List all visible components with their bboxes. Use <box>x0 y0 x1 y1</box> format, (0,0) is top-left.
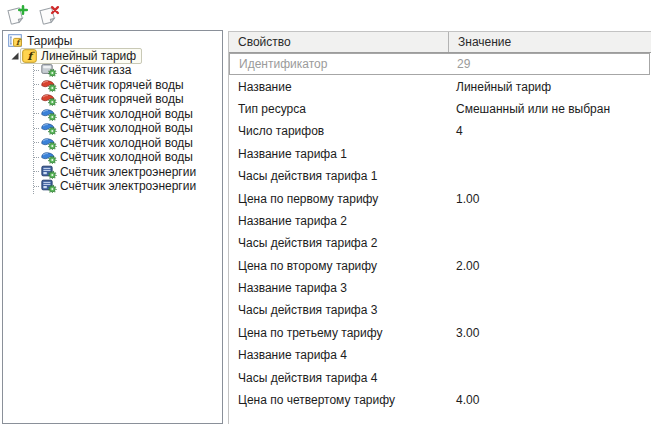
tree-item-label: Счётчик газа <box>57 63 134 77</box>
tree-connector <box>34 113 39 114</box>
property-row[interactable]: Часы действия тарифа 1 <box>229 165 651 187</box>
tree-connector <box>34 157 39 158</box>
tree-connector <box>34 128 39 129</box>
property-name: Цена по третьему тарифу <box>229 326 448 340</box>
property-value[interactable]: 3.00 <box>448 326 651 340</box>
property-name: Цена по второму тарифу <box>229 259 448 273</box>
property-row[interactable]: Тип ресурса Смешанный или не выбран <box>229 98 651 120</box>
property-row[interactable]: Часы действия тарифа 2 <box>229 232 651 254</box>
tariff-tree-panel: f Тарифы f Линейный тариф Счётчик газа С… <box>2 30 223 424</box>
tree-item-meter[interactable]: Счётчик электроэнергии <box>34 165 222 180</box>
tree-item-linear-tariff[interactable]: f Линейный тариф <box>3 49 222 64</box>
tree-item-meter[interactable]: Счётчик холодной воды <box>34 136 222 151</box>
tree-connector <box>34 84 39 85</box>
property-name: Название тарифа 2 <box>229 214 448 228</box>
expanded-triangle-icon[interactable] <box>9 51 20 61</box>
selected-item-box: f Линейный тариф <box>20 48 142 64</box>
tree-item-label: Линейный тариф <box>38 49 139 63</box>
delete-tariff-icon <box>35 3 64 27</box>
add-tariff-icon <box>3 3 32 27</box>
tree-item-label: Счётчик электроэнергии <box>57 165 199 179</box>
tree-connector <box>34 142 39 143</box>
property-name: Название <box>229 80 448 94</box>
add-tariff-button[interactable] <box>3 2 32 27</box>
property-name: Часы действия тарифа 3 <box>229 303 448 317</box>
property-name: Название тарифа 4 <box>229 348 448 362</box>
tree-item-label: Счётчик холодной воды <box>57 107 196 121</box>
property-name: Цена по первому тарифу <box>229 192 448 206</box>
property-name: Цена по четвертому тарифу <box>229 393 448 407</box>
gas-meter-icon <box>40 63 57 77</box>
property-name: Число тарифов <box>229 124 448 138</box>
property-row[interactable]: Название Линейный тариф <box>229 75 651 97</box>
property-row[interactable]: Цена по первому тарифу 1.00 <box>229 187 651 209</box>
property-value[interactable]: 4.00 <box>448 393 651 407</box>
tree-item-meter[interactable]: Счётчик холодной воды <box>34 107 222 122</box>
property-name: Название тарифа 1 <box>229 147 448 161</box>
tree-children: Счётчик газа Счётчик горячей воды Счётчи… <box>33 63 222 194</box>
property-name: Часы действия тарифа 2 <box>229 236 448 250</box>
electricity-meter-icon <box>40 179 57 193</box>
tree-item-label: Счётчик электроэнергии <box>57 179 199 193</box>
property-name: Часы действия тарифа 4 <box>229 371 448 385</box>
property-value[interactable]: 1.00 <box>448 192 651 206</box>
property-row[interactable]: Название тарифа 4 <box>229 344 651 366</box>
property-name: Часы действия тарифа 1 <box>229 169 448 183</box>
tree-item-tariffs-root[interactable]: f Тарифы <box>3 34 222 49</box>
tree-item-meter[interactable]: Счётчик горячей воды <box>34 92 222 107</box>
property-value[interactable]: Линейный тариф <box>448 80 651 94</box>
tree-item-meter[interactable]: Счётчик холодной воды <box>34 150 222 165</box>
property-row[interactable]: Цена по второму тарифу 2.00 <box>229 255 651 277</box>
property-row[interactable]: Название тарифа 3 <box>229 277 651 299</box>
property-row[interactable]: Название тарифа 2 <box>229 210 651 232</box>
tree-connector <box>34 70 39 71</box>
column-header-property[interactable]: Свойство <box>229 32 448 52</box>
tree-connector <box>34 171 39 172</box>
property-row[interactable]: Цена по третьему тарифу 3.00 <box>229 322 651 344</box>
tree-item-label: Счётчик холодной воды <box>57 121 196 135</box>
linear-tariff-icon: f <box>21 49 38 63</box>
cold-water-meter-icon <box>40 107 57 121</box>
property-row[interactable]: Название тарифа 1 <box>229 143 651 165</box>
tree-connector <box>34 99 39 100</box>
property-value[interactable]: 2.00 <box>448 259 651 273</box>
cold-water-meter-icon <box>40 150 57 164</box>
tree-item-meter[interactable]: Счётчик холодной воды <box>34 121 222 136</box>
tree-item-label: Счётчик холодной воды <box>57 136 196 150</box>
property-row[interactable]: Цена по четвертому тарифу 4.00 <box>229 389 651 411</box>
hot-water-meter-icon <box>40 92 57 106</box>
column-header-value[interactable]: Значение <box>448 32 651 52</box>
property-row[interactable]: Часы действия тарифа 3 <box>229 299 651 321</box>
property-row[interactable]: Часы действия тарифа 4 <box>229 366 651 388</box>
property-name: Название тарифа 3 <box>229 281 448 295</box>
tree-item-label: Тарифы <box>24 34 75 48</box>
property-row[interactable]: Идентификатор 29 <box>229 53 650 75</box>
property-grid-rows: Идентификатор 29 Название Линейный тариф… <box>229 53 651 411</box>
property-name: Идентификатор <box>230 57 449 71</box>
tree-item-meter[interactable]: Счётчик газа <box>34 63 222 78</box>
property-grid-header: Свойство Значение <box>229 32 651 53</box>
tree-item-label: Счётчик горячей воды <box>57 92 187 106</box>
cold-water-meter-icon <box>40 121 57 135</box>
tariffs-root-icon: f <box>7 34 24 48</box>
hot-water-meter-icon <box>40 78 57 92</box>
property-row[interactable]: Число тарифов 4 <box>229 120 651 142</box>
tree-connector <box>34 186 39 187</box>
tree-item-meter[interactable]: Счётчик электроэнергии <box>34 179 222 194</box>
delete-tariff-button[interactable] <box>35 2 64 27</box>
tree-item-label: Счётчик горячей воды <box>57 78 187 92</box>
cold-water-meter-icon <box>40 136 57 150</box>
toolbar <box>3 2 64 28</box>
property-value[interactable]: 29 <box>449 57 649 71</box>
electricity-meter-icon <box>40 165 57 179</box>
property-value[interactable]: Смешанный или не выбран <box>448 102 651 116</box>
tree-item-meter[interactable]: Счётчик горячей воды <box>34 78 222 93</box>
property-name: Тип ресурса <box>229 102 448 116</box>
tree-item-label: Счётчик холодной воды <box>57 150 196 164</box>
property-grid: Свойство Значение Идентификатор 29 Назва… <box>228 31 651 424</box>
property-value[interactable]: 4 <box>448 124 651 138</box>
